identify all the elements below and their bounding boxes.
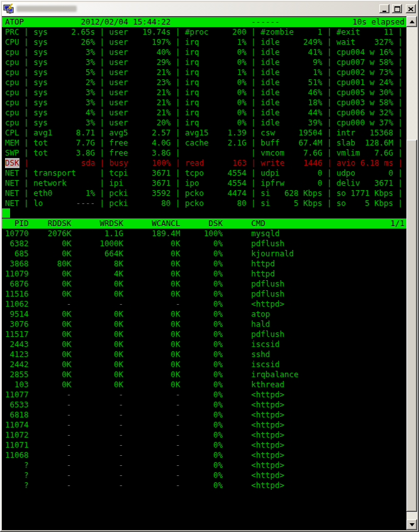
process-row: 11068---0%<httpd> [5, 450, 406, 460]
line-label: cpu [5, 88, 20, 98]
minimize-button[interactable] [379, 4, 389, 13]
metric-key: eth0 [33, 188, 52, 198]
process-dsk: 0% [180, 249, 223, 259]
metric-value: 3671 [374, 178, 393, 188]
field-separator: | [247, 118, 261, 127]
scrollbar-down-button[interactable] [406, 519, 417, 530]
field-separator: | [20, 57, 34, 67]
field-separator: | [322, 128, 337, 137]
field-separator: | [95, 128, 109, 137]
line-label: cpu [5, 77, 20, 88]
process-rddsk: 0K [29, 339, 72, 349]
metric-value: 2.57 [152, 128, 170, 138]
metric-value: 2% [86, 77, 95, 88]
field-separator: | [95, 168, 109, 178]
metric-value: 21% [157, 98, 171, 108]
line-label: NET [5, 198, 20, 208]
field-separator: | [247, 138, 261, 147]
metric-key: udpo [337, 168, 355, 178]
field-separator: | [322, 37, 337, 47]
field-separator: | [322, 47, 337, 57]
metric-key: irq [185, 37, 199, 47]
process-wrdsk: - [71, 450, 123, 460]
window-titlebar[interactable] [2, 2, 417, 16]
line-label: NET [5, 188, 20, 198]
metric-value: 7.7G [76, 138, 95, 148]
metric-cell: irq1% [185, 67, 247, 77]
maximize-button[interactable] [392, 4, 402, 13]
column-header-wcancl: WCANCL [123, 218, 180, 229]
process-wcancl: - [123, 470, 180, 480]
process-dsk: 0% [180, 430, 223, 440]
process-list: 107702076K1.1G189.4M100%mysqld63820K1000… [5, 229, 406, 490]
field-separator: | [95, 57, 109, 67]
process-rddsk: 0K [29, 359, 72, 370]
metric-key: wait [337, 37, 355, 47]
field-separator: | [170, 138, 185, 147]
process-cmd: iscsid [251, 359, 279, 370]
metric-value: 628 Kbps [284, 188, 322, 198]
process-row: 30760K0K0K0%hald [5, 319, 406, 329]
field-separator: | [170, 47, 185, 57]
process-dsk: 100% [180, 229, 223, 239]
process-rddsk: - [29, 400, 72, 410]
metric-key: irq [185, 67, 199, 77]
metric-cell: #proc200 [185, 27, 247, 37]
metric-cell: tot3.8G [33, 148, 95, 158]
metric-value: 1% [313, 67, 322, 77]
process-cmd: iscsid [251, 339, 279, 349]
metric-cell: eth01% [33, 188, 95, 198]
field-separator: | [170, 88, 185, 97]
line-label: cpu [5, 118, 20, 128]
metric-key: network [33, 178, 67, 188]
process-rddsk: 80K [29, 259, 72, 269]
metric-key: tcpi [109, 168, 128, 178]
line-terminator: | [393, 188, 403, 198]
process-wrdsk: - [71, 440, 123, 450]
process-row: ?---0%<httpd> [5, 460, 406, 470]
process-dsk: 0% [180, 259, 223, 269]
process-dsk: 0% [180, 410, 223, 420]
process-dsk: 0% [180, 239, 223, 249]
field-separator: | [170, 67, 185, 77]
column-header-rddsk: RDDSK [29, 218, 72, 229]
metric-cell: busy100% [109, 158, 171, 168]
metric-value: 2.65s [71, 27, 95, 37]
system-resource-panel: PRC | sys2.65s | user19.74s | #proc200 |… [5, 27, 406, 208]
metric-key: irq [185, 108, 199, 118]
metric-cell: irq0% [185, 108, 247, 118]
metric-cell: idle9% [260, 57, 322, 67]
process-dsk: 0% [180, 380, 223, 390]
metric-value: 0% [237, 118, 247, 128]
metric-cell: #exit11 [337, 27, 393, 37]
metric-cell: csw19504 [260, 128, 322, 138]
field-separator: | [322, 98, 337, 107]
field-separator: | [247, 158, 261, 167]
metric-cell: wait327% [337, 37, 393, 47]
scrollbar-thumb[interactable] [406, 140, 417, 512]
close-button[interactable] [406, 4, 416, 13]
process-wrdsk: - [71, 470, 123, 480]
metric-key: deliv [337, 178, 360, 188]
metric-value: 3.8G [76, 148, 95, 158]
process-rddsk: 0K [29, 269, 72, 279]
field-separator: | [20, 178, 34, 188]
process-pid: 4123 [5, 349, 29, 359]
process-pid: 6818 [5, 410, 29, 420]
metric-value: 3% [86, 98, 95, 108]
arrow-down-icon [410, 523, 415, 529]
system-line-net: NET | eth01% | pcki3592 | pcko4474 | si6… [5, 188, 406, 198]
page-indicator: 1/1 [390, 218, 405, 229]
metric-value: 4554 [228, 178, 247, 188]
process-pid: ? [5, 470, 29, 480]
metric-key: cpu000 w [337, 118, 374, 128]
line-label: cpu [5, 98, 20, 108]
vertical-scrollbar[interactable] [406, 16, 417, 530]
process-wcancl: - [123, 460, 180, 470]
terminal-screen[interactable]: ATOP2012/02/04 15:44:22------10s elapsed… [2, 16, 406, 530]
scrollbar-up-button[interactable] [406, 16, 417, 27]
metric-value: 5 Kbps [294, 198, 322, 208]
metric-value: 39% [308, 118, 323, 128]
metric-cell: idle44% [260, 108, 322, 118]
system-line-cpu: cpu | sys3% | user21% | irq0% | idle46% … [5, 88, 406, 98]
